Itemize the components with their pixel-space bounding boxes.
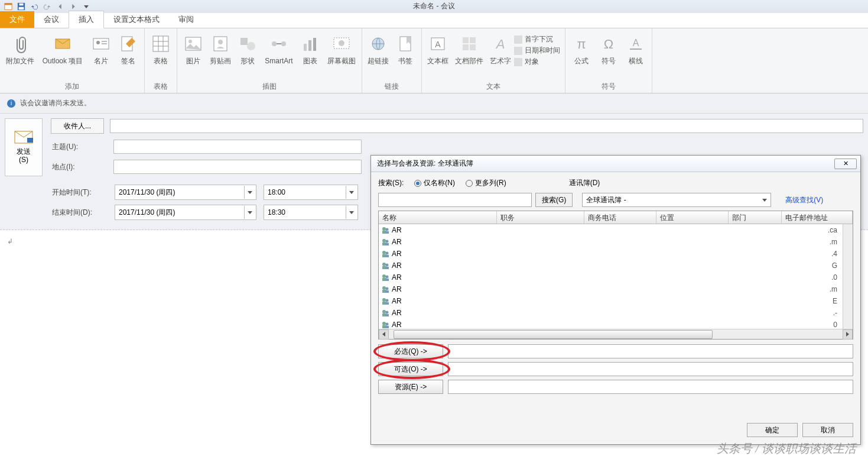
end-time-combo[interactable]: 18:30 (264, 205, 358, 220)
svg-rect-9 (102, 43, 107, 44)
hyperlink-button[interactable]: 超链接 (365, 31, 392, 66)
svg-point-65 (386, 287, 389, 290)
scroll-right-button[interactable] (843, 329, 853, 340)
attach-file-button[interactable]: 附加文件 (2, 31, 38, 66)
col-name[interactable]: 名称 (379, 211, 497, 224)
info-icon: i (7, 99, 15, 108)
svg-rect-54 (385, 255, 389, 257)
required-input[interactable] (448, 344, 853, 358)
svg-point-69 (386, 299, 389, 302)
svg-point-55 (382, 263, 386, 266)
required-button[interactable]: 必选(Q) -> (378, 344, 443, 358)
col-phone[interactable]: 商务电话 (584, 211, 656, 224)
send-button[interactable]: 发送(S) (5, 118, 43, 176)
radio-more-cols[interactable]: 更多列(R) (466, 178, 506, 188)
group-link-title: 链接 (365, 79, 419, 93)
screenshot-button[interactable]: 屏幕截图 (324, 31, 359, 66)
svg-rect-78 (385, 326, 389, 328)
tab-meeting[interactable]: 会议 (34, 11, 69, 28)
table-row[interactable]: AR.m (379, 283, 853, 295)
start-date-combo[interactable]: 2017/11/30 (周四) (115, 185, 256, 200)
symbol-button[interactable]: Ω符号 (595, 31, 622, 66)
table-button[interactable]: 表格 (147, 31, 174, 66)
svg-rect-42 (27, 138, 33, 143)
business-card-button[interactable]: 名片 (87, 31, 115, 66)
col-loc[interactable]: 位置 (656, 211, 729, 224)
wordart-button[interactable]: A艺术字 (487, 31, 514, 66)
signature-button[interactable]: 签名 (115, 31, 142, 66)
group-add: 附加文件 Outlook 项目 名片 签名 添加 (0, 28, 145, 93)
svg-rect-35 (514, 47, 522, 55)
tab-file[interactable]: 文件 (0, 11, 34, 28)
grid-scroll-horizontal[interactable] (379, 329, 853, 339)
ok-button[interactable]: 确定 (747, 423, 798, 437)
svg-point-24 (339, 40, 344, 46)
dropcap-button[interactable]: 首字下沉 (514, 34, 560, 44)
resource-input[interactable] (448, 380, 853, 394)
tab-review[interactable]: 审阅 (169, 11, 203, 28)
svg-point-7 (96, 41, 100, 44)
picture-button[interactable]: 图片 (180, 31, 207, 66)
datetime-button[interactable]: 日期和时间 (514, 46, 560, 56)
smartart-button[interactable]: SmartArt (261, 31, 297, 66)
address-book-dialog: 选择与会者及资源: 全球通讯簿 ✕ 搜索(S): 仅名称(N) 更多列(R) 通… (370, 155, 861, 445)
dialog-title: 选择与会者及资源: 全球通讯簿 (377, 159, 473, 169)
group-add-title: 添加 (2, 79, 142, 93)
grid-body[interactable]: AR.caAR.mAR.4ARGAR.0AR.mAREAR.-AR0AR…AR…… (379, 224, 853, 329)
grid-scroll-vertical[interactable] (843, 224, 853, 329)
col-email[interactable]: 电子邮件地址 (782, 211, 853, 224)
group-link: 超链接 书签 链接 (362, 28, 422, 93)
subject-input[interactable] (113, 140, 362, 154)
textbox-button[interactable]: A文本框 (424, 31, 451, 66)
table-row[interactable]: ARE (379, 295, 853, 307)
chart-button[interactable]: 图表 (297, 31, 324, 66)
svg-text:A: A (633, 38, 639, 48)
resource-button[interactable]: 资源(E) -> (378, 380, 443, 394)
location-input[interactable] (113, 160, 362, 174)
svg-point-47 (382, 239, 386, 243)
radio-name-only[interactable]: 仅名称(N) (414, 178, 455, 188)
optional-button[interactable]: 可选(O) -> (378, 362, 443, 376)
outlook-item-button[interactable]: Outlook 项目 (38, 31, 87, 66)
table-row[interactable]: AR.4 (379, 248, 853, 260)
grid-header: 名称 职务 商务电话 位置 部门 电子邮件地址 (379, 211, 853, 224)
svg-point-13 (188, 40, 192, 43)
cancel-button[interactable]: 取消 (802, 423, 853, 437)
shapes-button[interactable]: 形状 (234, 31, 261, 66)
hline-button[interactable]: A横线 (622, 31, 649, 66)
bookmark-button[interactable]: 书签 (392, 31, 419, 66)
svg-rect-40 (630, 49, 642, 50)
svg-point-43 (382, 227, 386, 231)
results-grid: 名称 职务 商务电话 位置 部门 电子邮件地址 AR.caAR.mAR.4ARG… (378, 211, 853, 340)
group-text-title: 文本 (424, 79, 563, 93)
object-button[interactable]: 对象 (514, 57, 560, 67)
search-input[interactable] (378, 193, 532, 207)
search-go-button[interactable]: 搜索(G) (535, 193, 573, 207)
table-row[interactable]: AR.0 (379, 271, 853, 283)
scroll-thumb[interactable] (394, 330, 713, 339)
group-illustration: 图片 剪贴画 形状 SmartArt 图表 屏幕截图 插图 (177, 28, 362, 93)
start-time-combo[interactable]: 18:00 (264, 185, 358, 200)
dialog-close-button[interactable]: ✕ (834, 159, 857, 169)
to-button[interactable]: 收件人... (51, 118, 104, 134)
end-date-combo[interactable]: 2017/11/30 (周四) (115, 205, 256, 220)
scroll-left-button[interactable] (379, 329, 389, 340)
table-row[interactable]: AR.ca (379, 224, 853, 236)
tab-insert[interactable]: 插入 (69, 11, 104, 28)
parts-button[interactable]: 文档部件 (451, 31, 487, 66)
col-dept[interactable]: 部门 (729, 211, 782, 224)
optional-input[interactable] (448, 362, 853, 376)
col-title[interactable]: 职务 (497, 211, 584, 224)
tab-format[interactable]: 设置文本格式 (104, 11, 169, 28)
svg-rect-11 (153, 36, 168, 51)
table-row[interactable]: AR.m (379, 236, 853, 248)
advanced-find-link[interactable]: 高级查找(V) (785, 195, 823, 205)
svg-point-73 (386, 311, 389, 314)
table-row[interactable]: AR.- (379, 307, 853, 319)
clipart-button[interactable]: 剪贴画 (207, 31, 234, 66)
table-row[interactable]: AR0 (379, 319, 853, 329)
table-row[interactable]: ARG (379, 260, 853, 271)
address-book-combo[interactable]: 全球通讯簿 - (582, 193, 771, 207)
to-input[interactable] (110, 119, 863, 133)
equation-button[interactable]: π公式 (568, 31, 595, 66)
